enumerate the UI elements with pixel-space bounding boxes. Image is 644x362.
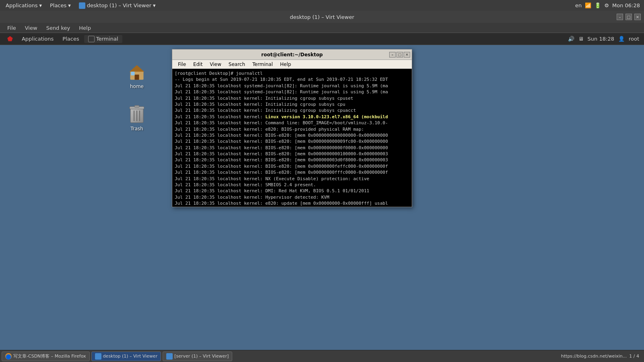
terminal-line-13: Jul 21 18:20:35 localhost kernel: BIOS-e… [175, 151, 409, 157]
guest-screen-icon[interactable]: 🖥 [578, 36, 584, 42]
terminal-line-17: Jul 21 18:20:35 localhost kernel: NX (Ex… [175, 176, 409, 182]
guest-desktop: home [0, 45, 644, 362]
vv-sendkey-menu[interactable]: Send key [42, 24, 74, 32]
terminal-small-icon [88, 36, 95, 42]
guest-terminal-label: Terminal [96, 36, 118, 42]
home-icon [127, 63, 147, 82]
terminal-line-9: Jul 21 18:20:35 localhost kernel: e820: … [175, 126, 409, 132]
applications-label: Applications [6, 2, 37, 8]
terminal-line-11: Jul 21 18:20:35 localhost kernel: BIOS-e… [175, 138, 409, 144]
applications-arrow: ▾ [39, 2, 42, 8]
home-desktop-icon[interactable]: home [121, 61, 153, 91]
terminal-window: root@client:~/Desktop – □ ✕ File Edit Vi… [172, 49, 412, 207]
virt-viewer-icon [95, 353, 101, 360]
datetime-label: Mon 06:28 [612, 2, 640, 8]
terminal-line-15: Jul 21 18:20:35 localhost kernel: BIOS-e… [175, 163, 409, 169]
term-help-menu[interactable]: Help [277, 61, 294, 68]
gnome-logo-icon: ⬟ [7, 35, 13, 43]
vv-window-controls: – □ ✕ [617, 14, 641, 20]
host-taskbar-right: https://blog.csdn.net/weixin... 1 / 4 [561, 354, 642, 359]
virt-viewer-server-icon [166, 353, 173, 360]
battery-icon: 🔋 [594, 2, 601, 8]
guest-sound-icon[interactable]: 🔊 [568, 36, 574, 42]
terminal-line-5: Jul 21 18:20:35 localhost kernel: Initia… [175, 101, 409, 107]
vv-titlebar: desktop (1) – Virt Viewer – □ ✕ [0, 11, 644, 23]
guest-time: Sun 18:28 [588, 36, 614, 42]
svg-marker-1 [130, 65, 144, 72]
terminal-line-8: Jul 21 18:20:35 localhost kernel: Comman… [175, 120, 409, 126]
terminal-content[interactable]: [root@client Desktop]# journalctl-- Logs… [172, 69, 412, 207]
terminal-minimize-btn[interactable]: – [389, 52, 396, 58]
guest-topbar: ⬟ Applications Places Terminal 🔊 🖥 [0, 33, 644, 45]
terminal-line-19: Jul 21 18:20:35 localhost kernel: DMI: R… [175, 188, 409, 194]
vv-title: desktop (1) – Virt Viewer [290, 14, 354, 20]
current-window-icon [79, 2, 85, 9]
trash-icon [127, 105, 147, 124]
terminal-line-4: Jul 21 18:20:35 localhost kernel: Initia… [175, 95, 409, 101]
terminal-controls: – □ ✕ [389, 52, 410, 58]
terminal-line-3: Jul 21 18:20:35 localhost systemd-journa… [175, 89, 409, 95]
server1-label: [server (1) – Virt Viewer] [174, 354, 229, 359]
host-taskbar-firefox[interactable]: 写文章-CSDN博客 – Mozilla Firefox [2, 352, 90, 361]
guest-places-menu[interactable]: Places [58, 35, 83, 43]
host-taskbar-server1[interactable]: [server (1) – Virt Viewer] [163, 352, 232, 361]
terminal-line-0: [root@client Desktop]# journalctl [175, 70, 409, 76]
firefox-label: 写文章-CSDN博客 – Mozilla Firefox [13, 353, 86, 359]
terminal-line-10: Jul 21 18:20:35 localhost kernel: BIOS-e… [175, 132, 409, 138]
home-icon-label: home [130, 84, 144, 89]
wifi-icon: 📶 [585, 2, 591, 8]
term-search-menu[interactable]: Search [225, 61, 248, 68]
vv-file-menu[interactable]: File [3, 24, 20, 32]
vv-minimize-btn[interactable]: – [617, 14, 623, 20]
guest-places-label: Places [62, 36, 79, 42]
host-applications-menu[interactable]: Applications ▾ [2, 2, 45, 9]
host-places-menu[interactable]: Places ▾ [47, 2, 74, 9]
terminal-line-6: Jul 21 18:20:35 localhost kernel: Initia… [175, 107, 409, 113]
host-topbar: Applications ▾ Places ▾ desktop (1) – Vi… [0, 0, 644, 11]
term-file-menu[interactable]: File [175, 61, 189, 68]
places-arrow: ▾ [68, 2, 71, 8]
svg-rect-3 [131, 72, 134, 75]
host-page-indicator: 1 / 4 [629, 354, 639, 359]
guest-applications-menu[interactable]: Applications [18, 35, 58, 43]
vv-help-menu[interactable]: Help [75, 24, 95, 32]
terminal-line-1: -- Logs begin at Sun 2019-07-21 18:20:35… [175, 76, 409, 82]
terminal-line-2: Jul 21 18:20:35 localhost systemd-journa… [175, 83, 409, 89]
terminal-menubar: File Edit View Search Terminal Help [172, 60, 412, 69]
virt-viewer-window: desktop (1) – Virt Viewer – □ ✕ File Vie… [0, 11, 644, 362]
guest-terminal-menu[interactable]: Terminal [84, 35, 122, 43]
terminal-line-7: Jul 21 18:20:35 localhost kernel: Linux … [175, 114, 409, 120]
host-window-menu[interactable]: desktop (1) – Virt Viewer ▾ [76, 2, 159, 10]
system-settings-icon[interactable]: ⚙ [604, 2, 609, 8]
terminal-line-20: Jul 21 18:20:35 localhost kernel: Hyperv… [175, 194, 409, 200]
trash-desktop-icon[interactable]: Trash [121, 103, 153, 133]
vv-close-btn[interactable]: ✕ [634, 14, 641, 20]
terminal-close-btn[interactable]: ✕ [404, 52, 410, 58]
host-url-display: https://blog.csdn.net/weixin... [561, 354, 627, 359]
vv-menubar: File View Send key Help [0, 23, 644, 33]
guest-user-icon: 👤 [618, 36, 625, 42]
firefox-icon [5, 353, 12, 360]
guest-applications-label: Applications [22, 36, 54, 42]
language-indicator[interactable]: en [575, 2, 582, 8]
host-taskbar-desktop1[interactable]: desktop (1) – Virt Viewer [91, 352, 161, 361]
terminal-titlebar: root@client:~/Desktop – □ ✕ [172, 49, 412, 60]
guest-desktop-container: ⬟ Applications Places Terminal 🔊 🖥 [0, 33, 644, 362]
trash-icon-label: Trash [130, 126, 143, 132]
terminal-line-14: Jul 21 18:20:35 localhost kernel: BIOS-e… [175, 157, 409, 163]
guest-applications-icon: ⬟ [3, 34, 17, 43]
terminal-line-21: Jul 21 18:20:35 localhost kernel: e820: … [175, 200, 409, 206]
window-arrow: ▾ [153, 2, 156, 8]
current-window-label: desktop (1) – Virt Viewer [87, 2, 151, 8]
term-edit-menu[interactable]: Edit [190, 61, 206, 68]
term-view-menu[interactable]: View [206, 61, 224, 68]
vv-view-menu[interactable]: View [21, 24, 41, 32]
svg-rect-7 [134, 105, 139, 107]
terminal-maximize-btn[interactable]: □ [396, 52, 403, 58]
terminal-line-12: Jul 21 18:20:35 localhost kernel: BIOS-e… [175, 145, 409, 151]
svg-rect-2 [135, 75, 139, 80]
vv-maximize-btn[interactable]: □ [625, 14, 632, 20]
term-terminal-menu[interactable]: Terminal [249, 61, 276, 68]
host-taskbar: 写文章-CSDN博客 – Mozilla Firefox desktop (1)… [0, 350, 644, 362]
terminal-line-18: Jul 21 18:20:35 localhost kernel: SMBIOS… [175, 182, 409, 188]
